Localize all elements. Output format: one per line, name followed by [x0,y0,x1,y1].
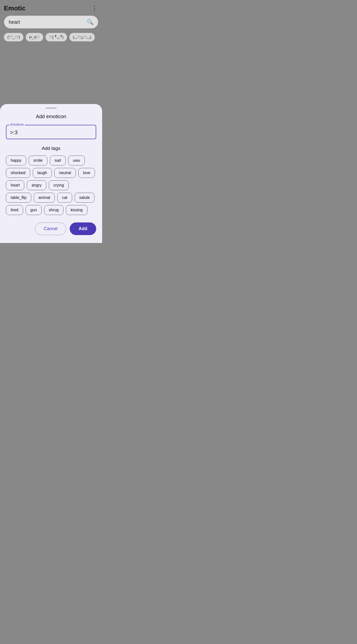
tag-shocked[interactable]: shocked [6,168,30,178]
tag-tired[interactable]: tired [6,205,23,215]
cancel-button[interactable]: Cancel [35,222,66,235]
tag-table-flip[interactable]: table_flip [6,193,31,202]
tag-laugh[interactable]: laugh [33,168,52,178]
app-title: Emotic [4,4,26,12]
tag-cat[interactable]: cat [57,193,72,202]
emoticon-chips-row: ('♡_♡') (•_•)♡ ♡( ╹◡╹) (◡♡△♡◡) [4,33,98,41]
tag-angry[interactable]: angry [27,180,46,190]
emoticon-chip[interactable]: (•_•)♡ [26,33,43,41]
tag-salute[interactable]: salute [75,193,95,202]
emoticon-field: Emoticon [6,125,96,139]
tag-heart[interactable]: heart [6,180,24,190]
sheet-actions: Cancel Add [6,222,96,235]
emoticon-chip[interactable]: ('♡_♡') [4,33,23,41]
tags-grid: happy smile sad uwu shocked laugh neutra… [6,156,96,215]
tag-happy[interactable]: happy [6,156,26,166]
search-icon: 🔍 [87,19,94,25]
tag-love[interactable]: love [78,168,95,178]
emoticon-text-input[interactable] [10,129,92,136]
tag-crying[interactable]: crying [49,180,69,190]
sheet-title: Add emoticon [6,114,96,120]
tag-gun[interactable]: gun [26,205,42,215]
add-button[interactable]: Add [70,222,96,235]
tag-uwu[interactable]: uwu [68,156,85,166]
more-options-icon[interactable]: ⋮ [91,4,98,12]
emoticon-field-label: Emoticon [10,122,25,126]
tag-sad[interactable]: sad [50,156,66,166]
app-header: Emotic ⋮ [4,0,98,16]
tag-neutral[interactable]: neutral [54,168,76,178]
sheet-handle-wrap [6,104,96,111]
bottom-sheet: Add emoticon Emoticon Add tags happy smi… [0,104,102,243]
tag-kissing[interactable]: kissing [66,205,88,215]
search-bar[interactable]: 🔍 [4,16,98,28]
tag-animal[interactable]: animal [34,193,55,202]
add-tags-title: Add tags [6,146,96,151]
tag-shrug[interactable]: shrug [44,205,64,215]
emoticon-chip[interactable]: (◡♡△♡◡) [69,33,95,41]
emoticon-chip[interactable]: ♡( ╹◡╹) [46,33,67,41]
tag-smile[interactable]: smile [29,156,47,166]
search-input[interactable] [9,19,87,25]
app-background: Emotic ⋮ 🔍 ('♡_♡') (•_•)♡ ♡( ╹◡╹) (◡♡△♡◡… [0,0,102,104]
sheet-handle [46,108,57,109]
